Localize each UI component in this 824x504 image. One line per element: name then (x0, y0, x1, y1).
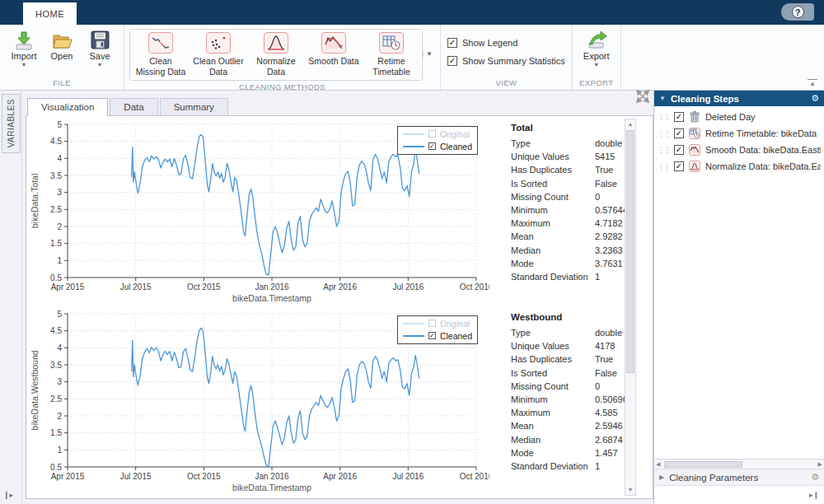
horizontal-scrollbar-thumb[interactable] (664, 461, 742, 468)
step-checkbox[interactable]: ✓ (674, 161, 684, 171)
normalize-data-button[interactable]: Normalize Data (247, 30, 305, 79)
scroll-right-arrow[interactable]: ▶ (814, 461, 822, 468)
chart-legend[interactable]: Original✓Cleaned (397, 315, 478, 344)
dock-panel-icon[interactable]: ▸❙ (809, 491, 819, 499)
import-dropdown-arrow[interactable]: ▼ (21, 63, 27, 68)
clean-outlier-data-button[interactable]: Clean Outlier Data (190, 30, 247, 79)
export-button[interactable]: Export ▼ (578, 29, 615, 68)
legend-entry-cleaned[interactable]: ✓Cleaned (403, 329, 472, 342)
cleaning-step-item[interactable]: ⋮⋮✓Retime Timetable: bikeData (654, 125, 824, 142)
cleaned-series-line[interactable] (132, 134, 419, 275)
legend-checkbox[interactable] (428, 320, 436, 327)
cleaning-steps-header[interactable]: ▼ Cleaning Steps ⚙ (654, 91, 824, 106)
stats-label: Missing Count (511, 192, 595, 202)
step-checkbox[interactable]: ✓ (674, 145, 684, 155)
cleaning-step-item[interactable]: ⋮⋮✓Deleted Day (654, 109, 824, 125)
export-dropdown-arrow[interactable]: ▼ (593, 63, 599, 68)
expand-cleaning-parameters-icon[interactable]: ▶ (659, 474, 664, 481)
cleaning-methods-gallery: Clean Missing Data Clean Outlier Data No… (129, 29, 423, 81)
clean-missing-data-button[interactable]: Clean Missing Data (132, 30, 190, 79)
svg-text:0.5: 0.5 (50, 463, 62, 472)
import-button[interactable]: Import ▼ (6, 29, 42, 68)
stats-label: Type (511, 328, 595, 338)
scroll-up-arrow[interactable]: ▲ (628, 119, 634, 129)
collapse-ribbon-button[interactable]: ▲ (808, 79, 817, 86)
open-button[interactable]: Open (44, 29, 80, 61)
stats-label: Mode (511, 448, 595, 458)
main-area: VARIABLES ❙▸ Visualization Data Summary (0, 91, 824, 504)
step-checkbox[interactable]: ✓ (674, 112, 684, 122)
legend-checkbox[interactable]: ✓ (428, 332, 436, 339)
stats-row: Is SortedFalse (511, 366, 636, 380)
tab-summary[interactable]: Summary (160, 98, 228, 115)
help-button[interactable]: ? (781, 3, 814, 21)
drag-handle-icon[interactable]: ⋮⋮ (658, 147, 669, 154)
retime-timetable-button[interactable]: Retime Timetable (363, 30, 420, 79)
cleaning-step-item[interactable]: ⋮⋮✓Normalize Data: bikeData.Eastbound (654, 158, 824, 175)
show-legend-checkbox[interactable]: ✓ (447, 38, 457, 48)
stats-label: Unique Values (511, 152, 595, 161)
legend-checkbox[interactable] (428, 130, 436, 138)
stats-row: Mean2.9282 (511, 230, 636, 243)
smooth-data-button[interactable]: Smooth Data (305, 30, 363, 79)
step-label: Retime Timetable: bikeData (705, 128, 817, 138)
legend-entry-original[interactable]: Original (403, 317, 472, 329)
collapse-cleaning-steps-icon[interactable]: ▼ (659, 95, 666, 102)
show-summary-statistics-label: Show Summary Statistics (462, 56, 565, 66)
tab-visualization[interactable]: Visualization (27, 98, 108, 116)
save-dropdown-arrow[interactable]: ▼ (97, 63, 103, 68)
help-icon: ? (792, 6, 804, 18)
stats-value: 3.7631 (595, 259, 623, 268)
drag-handle-icon[interactable]: ⋮⋮ (658, 114, 669, 121)
total-chart[interactable]: Apr 2015Jul 2015Oct 2015Jan 2016Apr 2016… (28, 118, 489, 307)
svg-text:3.5: 3.5 (50, 171, 62, 180)
scroll-down-arrow[interactable]: ▼ (628, 485, 634, 495)
drag-handle-icon[interactable]: ⋮⋮ (658, 130, 669, 138)
cleaning-steps-gear-icon[interactable]: ⚙ (811, 93, 819, 104)
expand-variables-panel-icon[interactable]: ❙▸ (3, 491, 13, 499)
horizontal-scrollbar[interactable]: ◀ ▶ (654, 459, 824, 469)
step-checkbox[interactable]: ✓ (674, 128, 684, 138)
drag-handle-icon[interactable]: ⋮⋮ (658, 163, 669, 170)
legend-entry-original[interactable]: Original (403, 128, 472, 140)
stats-row: Typedouble (511, 137, 636, 150)
cleaning-methods-group: Clean Missing Data Clean Outlier Data No… (124, 25, 441, 90)
stats-label: Mean (511, 231, 595, 241)
legend-line-sample (403, 133, 424, 135)
legend-entry-cleaned[interactable]: ✓Cleaned (403, 140, 472, 152)
cleaned-series-line[interactable] (132, 328, 419, 466)
vertical-scrollbar[interactable]: ▲ ▼ (625, 119, 636, 496)
expand-document-icon[interactable] (635, 89, 650, 107)
stats-row: Is SortedFalse (511, 177, 636, 190)
vertical-scrollbar-thumb[interactable] (626, 130, 634, 373)
cleaning-parameters-gear-icon[interactable]: ⚙ (811, 472, 819, 483)
save-button[interactable]: Save ▼ (82, 29, 118, 68)
show-summary-statistics-row[interactable]: ✓ Show Summary Statistics (447, 56, 565, 66)
stats-value: 0 (595, 381, 600, 391)
show-summary-statistics-checkbox[interactable]: ✓ (447, 56, 457, 66)
retime-timetable-label: Retime Timetable (372, 56, 410, 77)
legend-checkbox[interactable]: ✓ (428, 142, 436, 150)
variables-tab[interactable]: VARIABLES (2, 94, 21, 153)
svg-text:Jul 2016: Jul 2016 (392, 282, 424, 292)
step-label: Normalize Data: bikeData.Eastbound (705, 161, 821, 171)
x-axis-label: bikeData.Timestamp (232, 293, 311, 303)
stats-label: Maximum (511, 408, 595, 418)
stats-value: 4.585 (595, 408, 618, 418)
cleaning-steps-list: ⋮⋮✓Deleted Day⋮⋮✓Retime Timetable: bikeD… (654, 106, 824, 175)
stats-row: Missing Count0 (511, 380, 636, 393)
westbound-chart[interactable]: Apr 2015Jul 2015Oct 2015Jan 2016Apr 2016… (28, 307, 489, 497)
stats-row: Typedouble (511, 326, 636, 339)
ribbon-tab-home[interactable]: HOME (23, 2, 77, 25)
cleaning-parameters-header[interactable]: ▶ Cleaning Parameters ⚙ (654, 469, 824, 486)
chart-legend[interactable]: Original✓Cleaned (397, 126, 478, 155)
scroll-left-arrow[interactable]: ◀ (656, 461, 664, 468)
tab-data[interactable]: Data (110, 98, 157, 115)
show-legend-row[interactable]: ✓ Show Legend (447, 38, 517, 48)
cleaning-step-item[interactable]: ⋮⋮✓Smooth Data: bikeData.Eastbound (654, 142, 824, 158)
gallery-dropdown-arrow[interactable]: ▼ (423, 50, 435, 58)
import-label: Import (11, 51, 36, 61)
stats-label: Median (511, 435, 595, 445)
stats-value: 0.50696 (595, 394, 628, 404)
stats-value: 1 (595, 461, 600, 471)
